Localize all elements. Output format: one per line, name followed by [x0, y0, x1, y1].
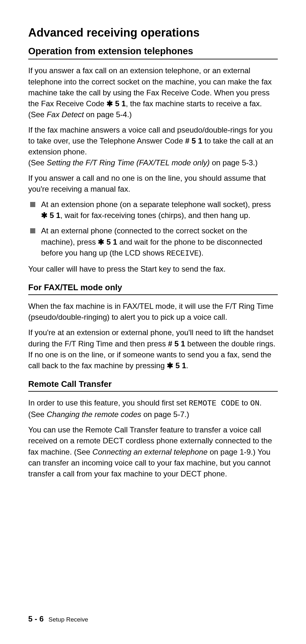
heading-1: Advanced receiving operations — [28, 26, 278, 39]
bullet-icon — [30, 228, 35, 233]
lcd-text: RECEIVE — [166, 249, 199, 258]
star-icon: ✱ — [106, 99, 113, 108]
bullet-icon — [30, 202, 35, 207]
divider — [28, 391, 278, 392]
text: ). — [199, 248, 204, 257]
list-text: At an external phone (connected to the c… — [41, 225, 278, 259]
text: . — [186, 361, 188, 370]
code-text — [47, 211, 50, 220]
reference-text: Fax Detect — [47, 110, 84, 119]
text: on page 5-3.) — [210, 158, 258, 167]
code-text — [113, 99, 115, 108]
paragraph: When the fax machine is in FAX/TEL mode,… — [28, 301, 278, 323]
code-text: # 5 1 — [185, 136, 202, 145]
code-text: 5 1 — [175, 361, 186, 370]
document-page: Advanced receiving operations Operation … — [0, 0, 306, 644]
star-icon: ✱ — [98, 238, 104, 246]
divider — [28, 294, 278, 295]
paragraph: If you answer a call and no one is on th… — [28, 173, 278, 195]
page-number: 5 - 6 — [28, 614, 44, 623]
paragraph: If you're at an extension or external ph… — [28, 327, 278, 371]
code-text: 5 1 — [50, 211, 60, 220]
divider — [28, 59, 278, 59]
code-text: 5 1 — [106, 238, 117, 246]
text: to — [240, 398, 250, 407]
list-item: At an extension phone (on a separate tel… — [28, 199, 278, 221]
text: At an extension phone (on a separate tel… — [41, 200, 271, 209]
list-text: At an extension phone (on a separate tel… — [41, 199, 278, 221]
text: on page 5-7.) — [141, 410, 189, 419]
star-icon: ✱ — [167, 361, 173, 370]
paragraph: In order to use this feature, you should… — [28, 397, 278, 420]
text: on page 5-4.) — [84, 110, 132, 119]
reference-text: Setting the F/T Ring Time (FAX/TEL mode … — [47, 158, 209, 167]
page-footer: 5 - 6 Setup Receive — [28, 614, 88, 623]
code-text: # 5 1 — [168, 339, 185, 348]
reference-text: Changing the remote codes — [47, 410, 141, 419]
heading-3-faxtel: For FAX/TEL mode only — [28, 282, 278, 293]
text: (See — [28, 158, 47, 167]
reference-text: Connecting an external telephone — [92, 448, 208, 456]
heading-3-remote: Remote Call Transfer — [28, 379, 278, 389]
lcd-text: ON — [250, 399, 259, 408]
code-text — [173, 361, 175, 370]
text: In order to use this feature, you should… — [28, 398, 189, 407]
text: , wait for fax-receiving tones (chirps),… — [60, 211, 250, 220]
heading-2-operation: Operation from extension telephones — [28, 45, 278, 57]
code-text: 5 1 — [115, 99, 126, 108]
paragraph: Your caller will have to press the Start… — [28, 264, 278, 274]
lcd-text: REMOTE CODE — [189, 399, 239, 408]
paragraph: If the fax machine answers a voice call … — [28, 125, 278, 168]
bullet-list: At an extension phone (on a separate tel… — [28, 199, 278, 259]
paragraph: You can use the Remote Call Transfer fea… — [28, 424, 278, 479]
footer-section: Setup Receive — [48, 616, 88, 623]
paragraph: If you answer a fax call on an extension… — [28, 65, 278, 120]
list-item: At an external phone (connected to the c… — [28, 225, 278, 259]
star-icon: ✱ — [41, 211, 47, 220]
